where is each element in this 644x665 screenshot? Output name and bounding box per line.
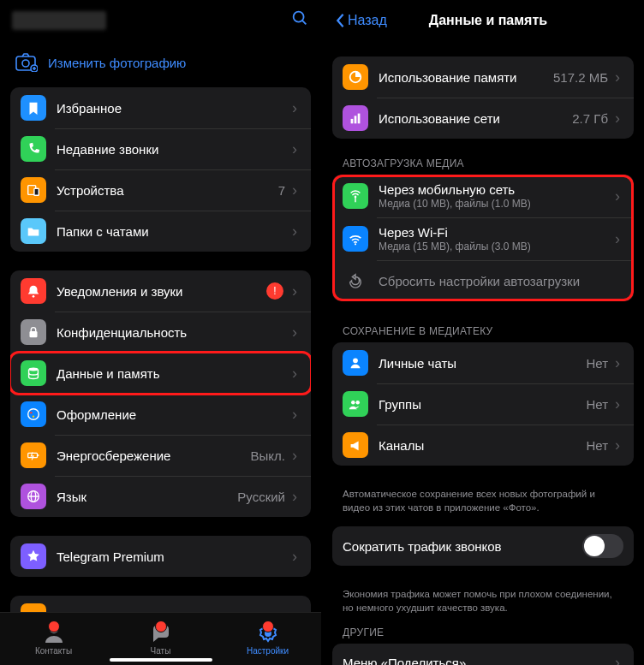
autoload-group: Через мобильную сетьМедиа (10 MB), файлы… [332,175,634,301]
chevron-right-icon: › [611,68,623,86]
svg-rect-6 [34,188,39,195]
settings-row-battery[interactable]: ЭнергосбережениеВыкл.› [10,435,311,476]
row-value: Выкл. [251,448,285,463]
brush-icon [21,401,46,427]
globe-icon [21,484,46,509]
tab-contacts[interactable]: Контакты [0,613,107,665]
change-photo-label: Изменить фотографию [48,56,186,70]
row-label: Конфиденциальность [57,325,289,340]
chevron-right-icon: › [289,140,301,158]
search-icon[interactable] [290,9,309,33]
svg-point-30 [355,243,356,245]
other-header: ДРУГИЕ [322,626,644,644]
chevron-right-icon: › [289,365,301,383]
reduce-traffic-toggle[interactable] [582,534,623,558]
person-icon [343,350,368,376]
devices-icon [21,177,46,203]
row-label: Данные и память [57,366,289,381]
row-label: Папки с чатами [57,224,289,239]
settings-row-star[interactable]: Telegram Premium› [10,536,311,577]
page-title: Данные и память [387,13,589,28]
settings-row-globe[interactable]: ЯзыкРусский› [10,476,311,517]
chevron-right-icon: › [611,230,623,248]
chevron-right-icon: › [611,395,623,413]
settings-row-lock[interactable]: Конфиденциальность› [10,312,311,353]
row-value: Русский [237,490,285,504]
star-icon [21,543,46,569]
svg-point-13 [33,416,34,418]
chevron-right-icon: › [611,110,623,128]
lock-icon [21,319,46,345]
save-row-horn[interactable]: КаналыНет› [332,425,634,466]
save-header: СОХРАНЕНИЕ В МЕДИАТЕКУ [322,325,644,342]
settings-row-chat[interactable]: Помощь› [10,596,311,612]
chevron-right-icon: › [289,548,301,566]
svg-point-7 [33,295,35,298]
home-indicator [110,658,212,662]
settings-row-bell[interactable]: Уведомления и звуки!› [10,270,311,312]
chevron-right-icon: › [611,654,623,665]
settings-row-phone[interactable]: Недавние звонки› [10,128,311,169]
save-row-people[interactable]: ГруппыНет› [332,383,634,425]
reset-icon [343,268,368,294]
people-icon [343,391,368,417]
chat-icon [21,603,46,612]
save-note: Автоматическое сохранение всех новых фот… [322,484,644,526]
settings-icon [257,622,279,644]
autoload-row-reset[interactable]: Сбросить настройки автозагрузки [332,260,634,301]
usage-row-storage[interactable]: Использование памяти517.2 МБ› [332,56,634,98]
save-row-person[interactable]: Личные чатыНет› [332,342,634,383]
tab-chats[interactable]: Чаты [107,613,214,665]
row-label: Оформление [57,407,289,422]
chats-icon [150,622,172,644]
svg-rect-15 [38,454,39,456]
svg-line-1 [302,21,306,24]
row-label: Энергосбережение [57,448,251,463]
autoload-header: АВТОЗАГРУЗКА МЕДИА [322,157,644,175]
usage-row-chart[interactable]: Использование сети2.7 Гб› [332,98,634,139]
svg-rect-25 [351,119,354,123]
row-label: Избранное [57,101,289,116]
svg-point-32 [351,401,355,405]
svg-rect-26 [355,116,357,123]
contacts-icon [43,622,65,644]
chevron-right-icon: › [289,223,301,240]
tab-settings[interactable]: Настройки [214,613,321,665]
row-label: Telegram Premium [57,549,289,564]
chevron-right-icon: › [289,181,301,199]
svg-point-9 [29,368,39,371]
other-row-0[interactable]: Меню «Поделиться»› [332,644,634,665]
chevron-right-icon: › [611,436,623,454]
reduce-traffic-row[interactable]: Сократить трафик звонков [332,526,634,566]
profile-name-blur [12,11,106,30]
autoload-row-antenna[interactable]: Через мобильную сетьМедиа (10 MB), файлы… [332,175,634,217]
settings-row-folder[interactable]: Папки с чатами› [10,211,311,252]
chevron-right-icon: › [289,488,301,506]
tab-bar: Контакты Чаты Настройки [0,612,321,665]
chart-icon [343,105,368,131]
chevron-right-icon: › [611,354,623,372]
chevron-right-icon: › [611,187,623,205]
data-icon [21,360,46,386]
wifi-icon [343,226,368,252]
settings-row-brush[interactable]: Оформление› [10,394,311,435]
row-label: Устройства [57,183,278,198]
settings-row-devices[interactable]: Устройства7› [10,169,311,211]
chevron-right-icon: › [289,282,301,300]
chevron-right-icon: › [289,99,301,117]
bookmark-icon [21,95,46,121]
camera-icon [15,53,38,72]
svg-point-3 [22,60,29,67]
settings-row-bookmark[interactable]: Избранное› [10,87,311,128]
svg-point-0 [294,12,304,22]
change-photo-row[interactable]: Изменить фотографию [0,41,321,87]
row-label: Недавние звонки [57,142,289,157]
row-label: Уведомления и звуки [57,284,266,299]
back-button[interactable]: Назад [334,13,387,28]
chevron-right-icon: › [289,447,301,465]
autoload-row-wifi[interactable]: Через Wi-FiМедиа (15 MB), файлы (3.0 MB)… [332,217,634,260]
svg-point-10 [28,409,39,420]
bell-icon [21,278,46,304]
row-value: 7 [278,183,285,198]
settings-row-data[interactable]: Данные и память› [10,353,311,394]
